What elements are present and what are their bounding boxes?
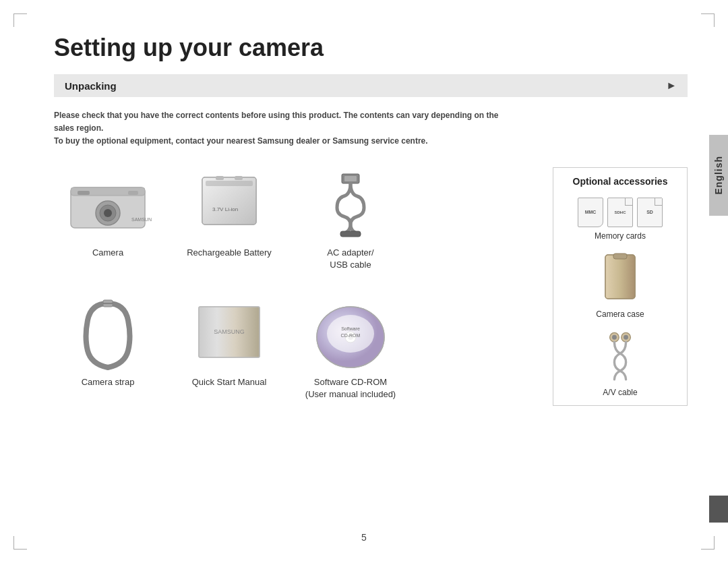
svg-rect-5	[78, 191, 90, 195]
svg-text:3.7V Li-ion: 3.7V Li-ion	[212, 206, 238, 212]
svg-text:SAMSUNG: SAMSUNG	[214, 328, 245, 335]
svg-point-33	[612, 335, 617, 340]
optional-avcable: A/V cable	[600, 330, 640, 397]
svg-text:SAMSUNG: SAMSUNG	[131, 217, 152, 222]
item-manual: SAMSUNG Quick Start Manual	[175, 297, 283, 406]
manual-icon: SAMSUNG	[185, 300, 273, 367]
page-container: English Setting up your camera Unpacking…	[0, 0, 728, 563]
item-cdrom: Software CD-ROM Software CD-ROM(User man…	[297, 297, 404, 406]
svg-rect-16	[340, 231, 361, 237]
svg-point-4	[104, 209, 112, 217]
svg-rect-31	[613, 254, 627, 259]
ac-label: AC adapter/USB cable	[327, 247, 373, 271]
camera-image: SAMSUNG	[64, 167, 152, 241]
avcable-image	[600, 330, 640, 384]
ac-image	[307, 167, 394, 241]
svg-text:CD-ROM: CD-ROM	[341, 333, 361, 338]
cdrom-image: Software CD-ROM	[307, 297, 394, 371]
corner-br	[701, 536, 715, 550]
avcable-label: A/V cable	[603, 388, 637, 397]
optional-memcards: MMC SDHC SD Memory cards	[578, 198, 663, 241]
avcable-icon	[600, 330, 640, 382]
ac-cable-icon	[307, 171, 394, 238]
case-label: Camera case	[596, 309, 644, 319]
manual-label: Quick Start Manual	[192, 376, 267, 388]
corner-tl	[13, 13, 27, 27]
section-header: Unpacking ►	[54, 74, 688, 97]
corner-bl	[13, 536, 27, 550]
case-icon	[600, 251, 640, 305]
memcards-label: Memory cards	[595, 231, 646, 241]
svg-rect-12	[206, 181, 253, 186]
strap-label: Camera strap	[82, 376, 135, 388]
main-content: SAMSUNG Camera	[54, 167, 688, 406]
item-battery: 3.7V Li-ion Rechargeable Battery	[175, 167, 283, 276]
strap-icon	[64, 297, 152, 371]
page-number: 5	[361, 532, 367, 543]
battery-image: 3.7V Li-ion	[185, 167, 273, 241]
optional-case: Camera case	[596, 251, 644, 319]
camera-icon: SAMSUNG	[64, 174, 152, 235]
svg-rect-10	[216, 176, 224, 180]
language-tab: English	[709, 135, 728, 216]
svg-rect-11	[235, 176, 243, 180]
mmc-card: MMC	[578, 198, 603, 227]
optional-title: Optional accessories	[562, 176, 679, 187]
sdhc-card: SDHC	[607, 198, 633, 227]
items-grid: SAMSUNG Camera	[54, 167, 539, 406]
battery-icon: 3.7V Li-ion	[185, 171, 273, 238]
description-text: Please check that you have the correct c…	[54, 109, 512, 148]
svg-rect-15	[344, 176, 357, 181]
case-image	[600, 251, 640, 305]
battery-label: Rechargeable Battery	[187, 247, 272, 259]
item-strap: Camera strap	[54, 297, 162, 406]
svg-point-35	[624, 335, 628, 340]
svg-text:Software: Software	[341, 326, 360, 331]
memory-cards-row: MMC SDHC SD	[578, 198, 663, 227]
cdrom-icon: Software CD-ROM	[307, 297, 394, 371]
optional-accessories-box: Optional accessories MMC SDHC SD Memory …	[553, 167, 688, 406]
section-header-title: Unpacking	[65, 80, 117, 92]
strap-image	[64, 297, 152, 371]
right-bar	[709, 496, 728, 523]
page-title: Setting up your camera	[54, 34, 688, 62]
cdrom-label: Software CD-ROM(User manual included)	[305, 376, 396, 401]
svg-rect-30	[605, 255, 635, 299]
manual-image: SAMSUNG	[185, 297, 273, 371]
language-tab-text: English	[713, 156, 724, 195]
camera-label: Camera	[92, 247, 123, 259]
sd-card: SD	[637, 198, 663, 227]
section-arrow-icon: ►	[666, 80, 677, 92]
item-ac: AC adapter/USB cable	[297, 167, 404, 276]
corner-tr	[701, 13, 715, 27]
svg-rect-6	[128, 191, 138, 195]
item-camera: SAMSUNG Camera	[54, 167, 162, 276]
